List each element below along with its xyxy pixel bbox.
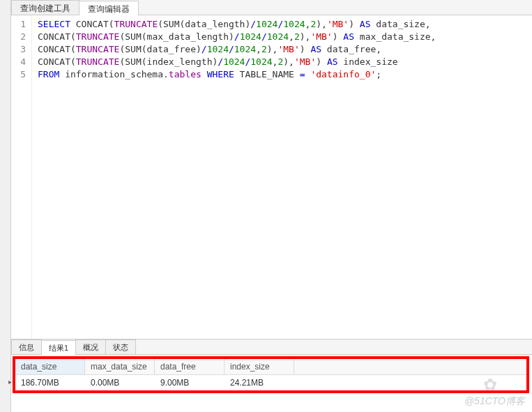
watermark-text: @51CTO博客 <box>464 395 525 408</box>
token: = <box>300 69 305 79</box>
token: AS <box>360 19 371 29</box>
code-area[interactable]: SELECT CONCAT(TRUNCATE(SUM(data_length)/… <box>32 15 532 339</box>
token: TRUNCATE <box>76 44 120 54</box>
table-row[interactable]: ▸186.70MB0.00MB9.00MB24.21MB <box>15 375 526 390</box>
token: / <box>234 31 240 42</box>
bottom-tab-2[interactable]: 概况 <box>75 339 106 354</box>
token: 2 <box>294 31 300 42</box>
token: TABLE_NAME <box>234 69 300 79</box>
column-header[interactable]: data_free <box>155 359 225 374</box>
cell[interactable]: 186.70MB <box>15 375 85 390</box>
token: TRUNCATE <box>76 31 120 42</box>
token: index_size <box>338 56 398 67</box>
token: data_free, <box>321 44 381 54</box>
token: (data_free) <box>142 44 202 54</box>
bottom-tab-3[interactable]: 状态 <box>105 339 136 354</box>
token: , <box>289 31 294 42</box>
token: 'MB' <box>278 44 299 54</box>
token: ) <box>300 44 311 54</box>
cell[interactable]: 24.21MB <box>225 375 294 390</box>
token: ; <box>376 69 381 79</box>
result-highlight-box: data_sizemax_data_sizedata_freeindex_siz… <box>13 356 529 393</box>
column-header[interactable]: max_data_size <box>85 359 155 374</box>
line-number: 2 <box>11 31 26 43</box>
token: 1024 <box>223 56 245 67</box>
token: AS <box>343 31 354 42</box>
line-number: 5 <box>11 68 26 81</box>
token: max_data_size, <box>354 31 436 42</box>
bottom-tab-1[interactable]: 结果1 <box>41 340 76 355</box>
bottom-tab-0[interactable]: 信息 <box>11 339 42 354</box>
grid-header: data_sizemax_data_sizedata_freeindex_siz… <box>15 359 526 375</box>
token: 2 <box>261 44 267 54</box>
token: ), <box>316 19 327 29</box>
token: TRUNCATE <box>76 56 120 67</box>
left-gutter <box>0 0 11 412</box>
row-marker-icon: ▸ <box>8 378 12 386</box>
token: / <box>261 31 267 42</box>
token: 1024 <box>267 31 289 42</box>
code-line-1[interactable]: SELECT CONCAT(TRUNCATE(SUM(data_length)/… <box>38 18 526 31</box>
cell[interactable]: 9.00MB <box>155 375 225 390</box>
line-number: 1 <box>11 18 26 31</box>
token: ( <box>158 19 163 29</box>
token: / <box>229 44 234 54</box>
token: / <box>202 44 207 54</box>
token: (data_length) <box>180 19 251 29</box>
token: CONCAT <box>38 56 70 67</box>
token: ) <box>349 19 360 29</box>
token: (max_data_length) <box>142 31 234 42</box>
token: 1024 <box>250 56 272 67</box>
token: FROM <box>38 69 65 79</box>
token: 1024 <box>283 19 305 29</box>
token: (index_length) <box>142 56 218 67</box>
token: TRUNCATE <box>114 19 158 29</box>
token: 1024 <box>240 31 261 42</box>
token: CONCAT <box>38 44 70 54</box>
token: SELECT <box>38 19 76 29</box>
line-number: 3 <box>11 43 26 56</box>
top-tab-0[interactable]: 查询创建工具 <box>11 0 79 15</box>
results-panel: 信息结果1概况状态 data_sizemax_data_sizedata_fre… <box>11 339 532 412</box>
token: 'MB' <box>327 19 349 29</box>
code-line-2[interactable]: CONCAT(TRUNCATE(SUM(max_data_length)/102… <box>38 31 526 43</box>
token: ( <box>70 31 76 42</box>
token: AS <box>327 56 338 67</box>
token: 1024 <box>256 19 278 29</box>
token <box>202 69 207 79</box>
decoration-icon: ✿ <box>483 375 497 395</box>
token: ) <box>333 31 344 42</box>
token: 'datainfo_0' <box>310 69 376 79</box>
token: ( <box>70 56 76 67</box>
column-header[interactable]: data_size <box>15 359 85 374</box>
token: AS <box>310 44 321 54</box>
code-line-4[interactable]: CONCAT(TRUNCATE(SUM(index_length)/1024/1… <box>38 56 526 68</box>
token: ), <box>300 31 311 42</box>
token: CONCAT <box>38 31 70 42</box>
column-header[interactable]: index_size <box>225 359 294 374</box>
token: SUM <box>125 56 141 67</box>
token: WHERE <box>207 69 234 79</box>
token: information_schema <box>65 69 163 79</box>
line-numbers: 12345 <box>11 15 32 339</box>
token: SUM <box>163 19 179 29</box>
sql-editor[interactable]: 12345 SELECT CONCAT(TRUNCATE(SUM(data_le… <box>11 15 532 339</box>
token: ) <box>316 56 327 67</box>
token: / <box>218 56 223 67</box>
token: 'MB' <box>294 56 316 67</box>
token: CONCAT <box>76 19 109 29</box>
token: ), <box>283 56 294 67</box>
token: 1024 <box>207 44 229 54</box>
token: 'MB' <box>310 31 332 42</box>
cell[interactable]: 0.00MB <box>85 375 155 390</box>
token: SUM <box>125 44 141 54</box>
tabs-bottom: 信息结果1概况状态 <box>11 339 532 355</box>
code-line-3[interactable]: CONCAT(TRUNCATE(SUM(data_free)/1024/1024… <box>38 43 526 56</box>
token: tables <box>169 69 202 79</box>
token: data_size, <box>371 19 431 29</box>
grid-body: ▸186.70MB0.00MB9.00MB24.21MB <box>15 375 526 390</box>
result-grid[interactable]: data_sizemax_data_sizedata_freeindex_siz… <box>15 359 526 390</box>
top-tab-1[interactable]: 查询编辑器 <box>79 1 139 15</box>
code-line-5[interactable]: FROM information_schema.tables WHERE TAB… <box>38 68 526 81</box>
token: , <box>256 44 261 54</box>
